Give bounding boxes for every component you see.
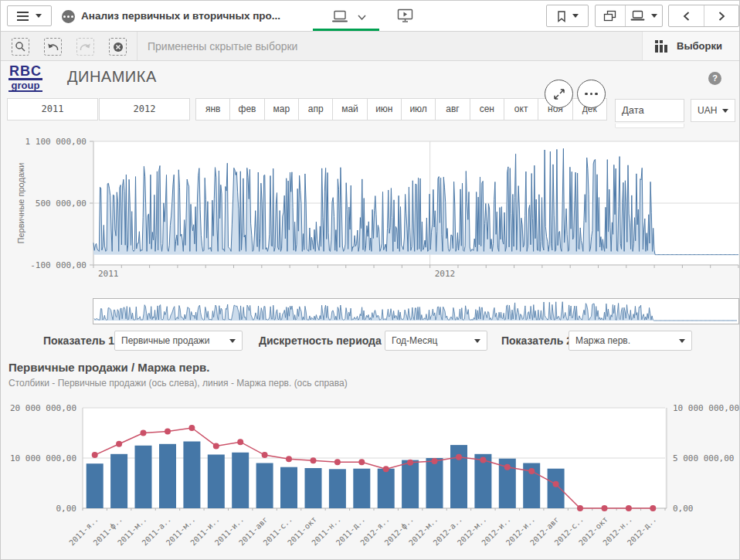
line-point-2012-сен[interactable] [577, 505, 583, 511]
combo-chart-title: Первичные продажи / Маржа перв. [8, 361, 210, 374]
line-point-2011-май[interactable] [188, 425, 195, 431]
line-point-2011-окт[interactable] [311, 457, 317, 463]
line-point-2012-июн[interactable] [504, 464, 511, 470]
bar-2011-май[interactable] [183, 442, 200, 509]
combo-chart-subtitle: Столбики - Первичные продажи (ось слева)… [8, 378, 348, 389]
combo-chart[interactable]: 20 000 000,0010 000 000,000,0010 000 000… [1, 395, 740, 560]
caret-down-icon [474, 339, 480, 343]
global-menu-button[interactable] [7, 5, 52, 26]
sheet-list-button[interactable] [625, 5, 662, 26]
laptop-icon [630, 10, 646, 22]
indicator2-label: Показатель 2 [501, 331, 572, 351]
help-icon[interactable]: ? [708, 72, 721, 85]
bar-2011-ноя[interactable] [329, 469, 346, 508]
line-point-2012-фев[interactable] [407, 460, 413, 466]
sheet-view-laptop-icon[interactable] [331, 10, 348, 23]
month-filter-окт[interactable]: окт [504, 98, 538, 120]
currency-dropdown[interactable]: UAH [691, 99, 735, 122]
timeline-y-axis-label: Первичные продажи [16, 162, 25, 243]
period-value: Год-Месяц [392, 335, 437, 346]
line-point-2011-апр[interactable] [165, 429, 171, 435]
caret-down-icon [36, 14, 42, 18]
prev-sheet-button[interactable] [669, 5, 704, 26]
bar-2011-сен[interactable] [280, 467, 297, 508]
line-point-2011-июл[interactable] [237, 439, 243, 445]
bar-2012-мар[interactable] [426, 458, 443, 508]
line-point-2012-мар[interactable] [432, 458, 438, 464]
bar-2012-янв[interactable] [378, 469, 395, 508]
line-point-2012-май[interactable] [480, 457, 486, 463]
app-options-icon[interactable] [62, 10, 75, 23]
bar-2011-апр[interactable] [159, 444, 176, 508]
bar-2011-июл[interactable] [232, 453, 249, 508]
bar-2011-июн[interactable] [208, 455, 225, 509]
line-point-2012-ноя[interactable] [626, 505, 632, 511]
caret-down-icon [572, 14, 579, 18]
selections-bar: Применены скрытые выборки Выборки [1, 32, 739, 61]
line-point-2011-сен[interactable] [286, 456, 292, 462]
line-point-2011-фев[interactable] [116, 441, 122, 447]
undo-icon [46, 41, 59, 53]
timeline-scrubber[interactable] [93, 298, 739, 324]
duplicate-sheet-button[interactable] [596, 5, 625, 26]
expand-chart-button[interactable] [545, 80, 573, 108]
month-filter-фев[interactable]: фев [230, 98, 264, 120]
sheet-nav-group [668, 5, 739, 27]
indicator1-dropdown[interactable]: Первичные продажи [114, 331, 243, 351]
bar-2012-авг[interactable] [548, 469, 565, 508]
line-point-2011-дек[interactable] [358, 459, 365, 465]
line-point-2012-окт[interactable] [602, 505, 608, 511]
indicator2-dropdown[interactable]: Маржа перв. [569, 331, 692, 351]
selections-tool-button[interactable]: Выборки [642, 32, 739, 60]
month-filter-июн[interactable]: июн [368, 98, 402, 120]
month-filter-янв[interactable]: янв [195, 98, 230, 120]
bookmarks-button[interactable] [547, 5, 588, 26]
month-filter-сен[interactable]: сен [470, 98, 504, 120]
bar-2011-авг[interactable] [256, 463, 273, 509]
sheets-button-group [595, 5, 663, 27]
divider [137, 32, 137, 60]
line-point-2012-авг[interactable] [553, 481, 559, 487]
line-point-2012-июл[interactable] [528, 468, 535, 474]
period-dropdown[interactable]: Год-Месяц [385, 331, 487, 351]
line-point-2011-июн[interactable] [213, 443, 219, 449]
more-options-button[interactable] [577, 80, 606, 108]
month-filter-июл[interactable]: июл [402, 98, 436, 120]
line-point-2012-дек[interactable] [650, 505, 656, 511]
step-back-button[interactable] [44, 38, 62, 56]
hidden-selections-message: Применены скрытые выборки [148, 32, 297, 61]
month-filter-май[interactable]: май [333, 98, 367, 120]
expand-icon [552, 87, 567, 102]
month-filter-авг[interactable]: авг [436, 98, 470, 120]
next-sheet-button[interactable] [704, 5, 738, 26]
bar-2011-янв[interactable] [87, 463, 104, 508]
bar-2011-фев[interactable] [110, 454, 127, 508]
month-filter-мар[interactable]: мар [265, 98, 299, 120]
month-filter-апр[interactable]: апр [299, 98, 333, 120]
clear-selections-button[interactable] [109, 38, 127, 56]
bar-2011-дек[interactable] [353, 469, 370, 508]
bar-2011-окт[interactable] [305, 468, 322, 508]
bar-2011-мар[interactable] [135, 446, 152, 508]
year-filter-2011[interactable]: 2011 [7, 98, 98, 120]
line-point-2011-мар[interactable] [141, 430, 147, 436]
combo-right-tick: 0,00 [673, 504, 694, 514]
line-point-2012-янв[interactable] [383, 466, 389, 472]
caret-down-icon [651, 14, 657, 18]
line-point-2011-авг[interactable] [262, 452, 268, 458]
timeline-chart[interactable]: 1 100 000,00500 000,00-100 000,002011201… [1, 128, 740, 294]
bookmarks-button-group [546, 5, 589, 27]
year-filter-2012[interactable]: 2012 [99, 98, 190, 120]
bookmark-icon [556, 10, 566, 22]
qlik-dashboard: { "app": { "title": "Анализ первичных и … [0, 0, 740, 560]
line-point-2012-апр[interactable] [456, 454, 462, 460]
step-forward-button[interactable] [76, 38, 94, 56]
date-filter-field[interactable]: Дата [615, 99, 684, 122]
line-point-2011-ноя[interactable] [334, 459, 341, 465]
presentation-icon[interactable] [397, 8, 414, 23]
smart-search-button[interactable] [12, 38, 29, 56]
combo-left-tick: 0,00 [56, 504, 77, 514]
bar-2012-фев[interactable] [402, 460, 419, 508]
chevron-down-icon[interactable] [357, 14, 367, 21]
line-point-2011-янв[interactable] [92, 452, 98, 458]
